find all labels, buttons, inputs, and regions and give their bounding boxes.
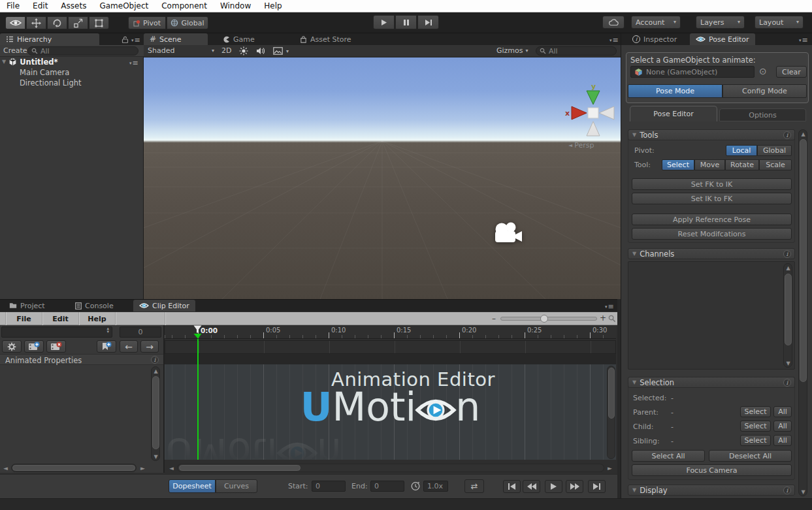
info-icon[interactable]: i: [783, 131, 791, 139]
menu-component[interactable]: Component: [155, 0, 214, 12]
panel-menu-icon[interactable]: ▾≡: [799, 37, 808, 44]
tool-move-button[interactable]: Move: [694, 159, 725, 170]
panel-menu-icon[interactable]: ▾≡: [605, 303, 614, 310]
layers-dropdown[interactable]: Layers▾: [696, 16, 745, 29]
tab-hierarchy[interactable]: Hierarchy: [0, 33, 99, 45]
scroll-up-icon[interactable]: ▲: [152, 368, 160, 375]
pivot-toggle-button[interactable]: Pivot: [128, 16, 166, 29]
timeline-ruler[interactable]: 0:00 0:05 0:10 0:15 0:20 0:25 0:30: [165, 325, 616, 339]
scale-tool-button[interactable]: [68, 16, 88, 29]
curves-tab-button[interactable]: Curves: [216, 479, 257, 493]
speed-field[interactable]: 1.0x: [423, 481, 448, 492]
foldout-icon[interactable]: ▼: [2, 59, 6, 65]
tab-clip-editor[interactable]: Clip Editor: [133, 300, 195, 311]
selection-header[interactable]: ▼ Selection i: [628, 377, 795, 388]
focus-camera-button[interactable]: Focus Camera: [632, 464, 792, 476]
deselect-all-button[interactable]: Deselect All: [709, 450, 792, 462]
lock-icon[interactable]: [122, 36, 129, 43]
scroll-up-icon[interactable]: ▲: [784, 264, 792, 272]
account-dropdown[interactable]: Account▾: [631, 16, 681, 29]
timeline-zoom-slider[interactable]: [500, 317, 597, 321]
menu-help[interactable]: Help: [257, 0, 288, 12]
parent-all-button[interactable]: All: [773, 406, 792, 417]
display-header[interactable]: ▼ Display i: [628, 485, 795, 496]
scroll-right-icon[interactable]: ►: [606, 464, 614, 472]
toggle-2d-button[interactable]: 2D: [221, 46, 231, 55]
go-to-start-button[interactable]: [503, 480, 521, 493]
prev-frame-button[interactable]: [523, 480, 540, 493]
hierarchy-item-main-camera[interactable]: Main Camera: [20, 68, 69, 77]
pivot-global-button[interactable]: Global: [757, 145, 792, 156]
gizmos-dropdown[interactable]: Gizmos▾: [496, 46, 528, 55]
redo-frame-button[interactable]: →: [140, 340, 159, 353]
info-icon[interactable]: i: [783, 486, 791, 494]
parent-select-button[interactable]: Select: [740, 406, 771, 417]
clip-menu-help[interactable]: Help: [78, 312, 115, 325]
scene-search-input[interactable]: All: [536, 46, 617, 56]
tab-asset-store[interactable]: Asset Store: [294, 33, 357, 45]
scene-root-row[interactable]: ▼ Untitled* ▾≡: [0, 57, 144, 67]
scroll-left-icon[interactable]: ◄: [1, 464, 10, 472]
orientation-gizmo[interactable]: y x: [554, 82, 617, 142]
render-mode-dropdown[interactable]: Shaded▾: [148, 46, 214, 55]
tab-inspector[interactable]: i Inspector: [626, 33, 683, 45]
tool-rotate-button[interactable]: Rotate: [725, 159, 759, 170]
persp-label[interactable]: ◄ Persp: [568, 141, 594, 150]
play-button[interactable]: [373, 15, 395, 29]
scrollbar-thumb[interactable]: [12, 465, 135, 471]
object-picker-icon[interactable]: ⊙: [759, 66, 767, 76]
playhead-line[interactable]: [197, 339, 199, 460]
clip-menu-edit[interactable]: Edit: [42, 312, 78, 325]
tool-scale-button[interactable]: Scale: [759, 159, 792, 170]
tab-options[interactable]: Options: [719, 108, 806, 121]
menu-assets[interactable]: Assets: [54, 0, 93, 12]
scroll-right-icon[interactable]: ►: [138, 464, 147, 472]
rect-tool-button[interactable]: [89, 16, 109, 29]
channels-header[interactable]: ▼ Channels i: [628, 248, 795, 259]
undo-frame-button[interactable]: ←: [120, 340, 138, 353]
event-track[interactable]: [165, 340, 616, 354]
dopesheet-hscrollbar[interactable]: [177, 464, 604, 472]
delete-clip-button[interactable]: [46, 340, 66, 353]
tab-console[interactable]: Console: [69, 300, 120, 311]
clip-dropdown[interactable]: ▴▾: [1, 327, 112, 338]
tab-game[interactable]: Game: [217, 33, 261, 45]
audio-icon[interactable]: [256, 47, 265, 55]
sibling-all-button[interactable]: All: [773, 435, 792, 446]
start-field[interactable]: 0: [312, 481, 346, 492]
scrollbar-thumb[interactable]: [800, 139, 807, 382]
go-to-end-button[interactable]: [588, 480, 606, 493]
tab-scene[interactable]: # Scene: [144, 33, 208, 45]
settings-button[interactable]: [2, 340, 22, 353]
select-all-button[interactable]: Select All: [632, 450, 705, 462]
info-icon[interactable]: i: [783, 250, 791, 258]
scrollbar-thumb[interactable]: [179, 465, 300, 471]
menu-window[interactable]: Window: [214, 0, 257, 12]
dopesheet-canvas[interactable]: Animation Editor UMotin UMotin: [165, 364, 616, 460]
tab-pose-editor-sub[interactable]: Pose Editor: [630, 106, 717, 121]
menu-file[interactable]: File: [0, 0, 26, 12]
child-all-button[interactable]: All: [773, 421, 792, 432]
next-frame-button[interactable]: [566, 480, 583, 493]
scene-viewport[interactable]: y x ◄ Persp: [144, 57, 621, 299]
info-icon[interactable]: i: [151, 356, 159, 364]
step-button[interactable]: [417, 15, 439, 29]
play-clip-button[interactable]: [545, 480, 562, 493]
playhead-marker[interactable]: [193, 325, 203, 339]
lighting-sun-icon[interactable]: [239, 46, 248, 56]
dopesheet-vscrollbar[interactable]: [607, 366, 615, 459]
scrollbar-thumb[interactable]: [152, 376, 159, 449]
apply-reference-pose-button[interactable]: Apply Reference Pose: [632, 214, 792, 225]
slider-thumb[interactable]: [540, 315, 548, 323]
frame-field[interactable]: 0: [120, 327, 161, 338]
panel-menu-icon[interactable]: ▾≡: [131, 37, 140, 44]
zoom-out-icon[interactable]: –: [492, 314, 496, 323]
properties-hscrollbar[interactable]: [11, 464, 137, 472]
scrollbar-thumb[interactable]: [785, 274, 792, 345]
effects-image-icon[interactable]: [273, 47, 283, 55]
tab-project[interactable]: Project: [3, 300, 51, 311]
config-mode-button[interactable]: Config Mode: [723, 84, 807, 98]
set-fk-to-ik-button[interactable]: Set FK to IK: [632, 178, 792, 190]
pose-mode-button[interactable]: Pose Mode: [628, 84, 723, 98]
cloud-button[interactable]: [602, 16, 625, 29]
